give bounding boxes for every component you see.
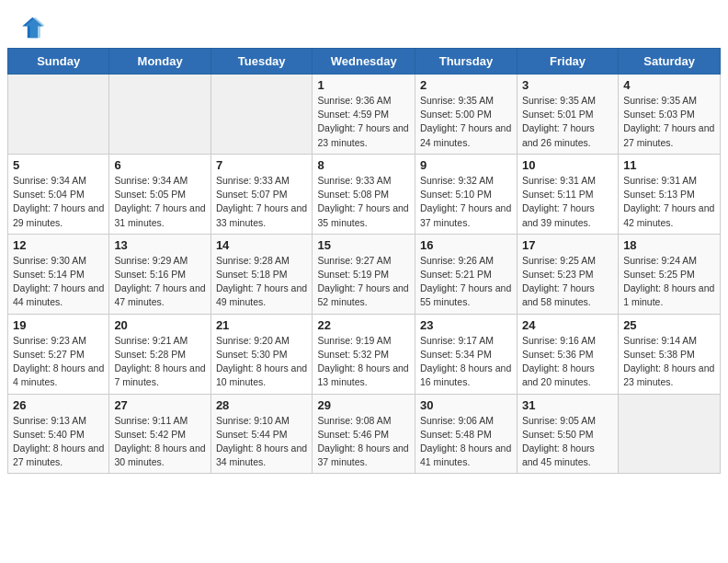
cell-content: Sunrise: 9:29 AM Sunset: 5:16 PM Dayligh…	[114, 254, 205, 310]
cell-content: Sunrise: 9:19 AM Sunset: 5:32 PM Dayligh…	[317, 334, 410, 390]
calendar-cell: 14Sunrise: 9:28 AM Sunset: 5:18 PM Dayli…	[210, 234, 313, 314]
calendar-table: SundayMondayTuesdayWednesdayThursdayFrid…	[7, 48, 721, 474]
day-number: 3	[522, 78, 613, 92]
calendar-cell: 29Sunrise: 9:08 AM Sunset: 5:46 PM Dayli…	[313, 394, 415, 474]
cell-content: Sunrise: 9:14 AM Sunset: 5:38 PM Dayligh…	[623, 334, 715, 390]
cell-content: Sunrise: 9:05 AM Sunset: 5:50 PM Dayligh…	[522, 414, 613, 470]
calendar-cell: 5Sunrise: 9:34 AM Sunset: 5:04 PM Daylig…	[8, 154, 109, 234]
calendar-week-3: 12Sunrise: 9:30 AM Sunset: 5:14 PM Dayli…	[8, 234, 721, 314]
calendar-cell: 27Sunrise: 9:11 AM Sunset: 5:42 PM Dayli…	[109, 394, 210, 474]
cell-content: Sunrise: 9:36 AM Sunset: 4:59 PM Dayligh…	[317, 94, 410, 150]
cell-content: Sunrise: 9:28 AM Sunset: 5:18 PM Dayligh…	[216, 254, 308, 310]
cell-content: Sunrise: 9:31 AM Sunset: 5:11 PM Dayligh…	[522, 174, 613, 230]
day-number: 14	[216, 238, 308, 252]
day-number: 31	[522, 398, 613, 412]
day-number: 22	[317, 318, 410, 332]
calendar-cell: 16Sunrise: 9:26 AM Sunset: 5:21 PM Dayli…	[415, 234, 518, 314]
day-number: 2	[420, 78, 512, 92]
header	[0, 0, 728, 48]
calendar-cell: 12Sunrise: 9:30 AM Sunset: 5:14 PM Dayli…	[8, 234, 109, 314]
calendar-cell: 20Sunrise: 9:21 AM Sunset: 5:28 PM Dayli…	[109, 314, 210, 394]
day-number: 29	[317, 398, 410, 412]
cell-content: Sunrise: 9:25 AM Sunset: 5:23 PM Dayligh…	[522, 254, 613, 310]
calendar-cell: 28Sunrise: 9:10 AM Sunset: 5:44 PM Dayli…	[210, 394, 313, 474]
day-number: 28	[216, 398, 308, 412]
calendar-cell: 18Sunrise: 9:24 AM Sunset: 5:25 PM Dayli…	[619, 234, 721, 314]
calendar-cell: 25Sunrise: 9:14 AM Sunset: 5:38 PM Dayli…	[619, 314, 721, 394]
calendar-cell: 22Sunrise: 9:19 AM Sunset: 5:32 PM Dayli…	[313, 314, 415, 394]
calendar-cell: 31Sunrise: 9:05 AM Sunset: 5:50 PM Dayli…	[517, 394, 618, 474]
cell-content: Sunrise: 9:20 AM Sunset: 5:30 PM Dayligh…	[216, 334, 308, 390]
cell-content: Sunrise: 9:34 AM Sunset: 5:05 PM Dayligh…	[114, 174, 205, 230]
cell-content: Sunrise: 9:16 AM Sunset: 5:36 PM Dayligh…	[522, 334, 613, 390]
day-number: 1	[317, 78, 410, 92]
day-number: 11	[623, 158, 715, 172]
calendar-cell: 19Sunrise: 9:23 AM Sunset: 5:27 PM Dayli…	[8, 314, 109, 394]
cell-content: Sunrise: 9:33 AM Sunset: 5:08 PM Dayligh…	[317, 174, 410, 230]
calendar-cell: 8Sunrise: 9:33 AM Sunset: 5:08 PM Daylig…	[313, 154, 415, 234]
col-header-wednesday: Wednesday	[313, 49, 415, 75]
day-number: 15	[317, 238, 410, 252]
cell-content: Sunrise: 9:31 AM Sunset: 5:13 PM Dayligh…	[623, 174, 715, 230]
logo-icon	[18, 15, 44, 40]
day-number: 13	[114, 238, 205, 252]
calendar-cell: 6Sunrise: 9:34 AM Sunset: 5:05 PM Daylig…	[109, 154, 210, 234]
day-number: 8	[317, 158, 410, 172]
cell-content: Sunrise: 9:32 AM Sunset: 5:10 PM Dayligh…	[420, 174, 512, 230]
calendar-cell: 30Sunrise: 9:06 AM Sunset: 5:48 PM Dayli…	[415, 394, 518, 474]
day-number: 5	[13, 158, 104, 172]
day-number: 24	[522, 318, 613, 332]
day-number: 7	[216, 158, 308, 172]
calendar-cell: 17Sunrise: 9:25 AM Sunset: 5:23 PM Dayli…	[517, 234, 618, 314]
calendar-cell: 24Sunrise: 9:16 AM Sunset: 5:36 PM Dayli…	[517, 314, 618, 394]
cell-content: Sunrise: 9:35 AM Sunset: 5:00 PM Dayligh…	[420, 94, 512, 150]
calendar-cell: 2Sunrise: 9:35 AM Sunset: 5:00 PM Daylig…	[415, 75, 518, 155]
calendar-cell: 21Sunrise: 9:20 AM Sunset: 5:30 PM Dayli…	[210, 314, 313, 394]
calendar-cell: 26Sunrise: 9:13 AM Sunset: 5:40 PM Dayli…	[8, 394, 109, 474]
day-number: 10	[522, 158, 613, 172]
day-number: 12	[13, 238, 104, 252]
cell-content: Sunrise: 9:35 AM Sunset: 5:01 PM Dayligh…	[522, 94, 613, 150]
cell-content: Sunrise: 9:23 AM Sunset: 5:27 PM Dayligh…	[13, 334, 104, 390]
cell-content: Sunrise: 9:35 AM Sunset: 5:03 PM Dayligh…	[623, 94, 715, 150]
cell-content: Sunrise: 9:33 AM Sunset: 5:07 PM Dayligh…	[216, 174, 308, 230]
cell-content: Sunrise: 9:30 AM Sunset: 5:14 PM Dayligh…	[13, 254, 104, 310]
calendar-cell: 11Sunrise: 9:31 AM Sunset: 5:13 PM Dayli…	[619, 154, 721, 234]
day-number: 17	[522, 238, 613, 252]
calendar-cell: 3Sunrise: 9:35 AM Sunset: 5:01 PM Daylig…	[517, 75, 618, 155]
logo	[18, 15, 48, 40]
cell-content: Sunrise: 9:27 AM Sunset: 5:19 PM Dayligh…	[317, 254, 410, 310]
col-header-saturday: Saturday	[619, 49, 721, 75]
cell-content: Sunrise: 9:11 AM Sunset: 5:42 PM Dayligh…	[114, 414, 205, 470]
cell-content: Sunrise: 9:08 AM Sunset: 5:46 PM Dayligh…	[317, 414, 410, 470]
calendar-cell: 7Sunrise: 9:33 AM Sunset: 5:07 PM Daylig…	[210, 154, 313, 234]
calendar-week-5: 26Sunrise: 9:13 AM Sunset: 5:40 PM Dayli…	[8, 394, 721, 474]
cell-content: Sunrise: 9:21 AM Sunset: 5:28 PM Dayligh…	[114, 334, 205, 390]
calendar-cell: 1Sunrise: 9:36 AM Sunset: 4:59 PM Daylig…	[313, 75, 415, 155]
col-header-tuesday: Tuesday	[210, 49, 313, 75]
calendar-cell	[8, 75, 109, 155]
day-number: 25	[623, 318, 715, 332]
day-number: 30	[420, 398, 512, 412]
calendar-week-1: 1Sunrise: 9:36 AM Sunset: 4:59 PM Daylig…	[8, 75, 721, 155]
day-number: 18	[623, 238, 715, 252]
cell-content: Sunrise: 9:10 AM Sunset: 5:44 PM Dayligh…	[216, 414, 308, 470]
page-container: SundayMondayTuesdayWednesdayThursdayFrid…	[0, 0, 728, 474]
day-number: 21	[216, 318, 308, 332]
col-header-sunday: Sunday	[8, 49, 109, 75]
col-header-monday: Monday	[109, 49, 210, 75]
calendar-cell: 9Sunrise: 9:32 AM Sunset: 5:10 PM Daylig…	[415, 154, 518, 234]
day-number: 6	[114, 158, 205, 172]
calendar-cell	[210, 75, 313, 155]
day-number: 20	[114, 318, 205, 332]
day-number: 16	[420, 238, 512, 252]
cell-content: Sunrise: 9:24 AM Sunset: 5:25 PM Dayligh…	[623, 254, 715, 310]
col-header-thursday: Thursday	[415, 49, 518, 75]
calendar-cell: 13Sunrise: 9:29 AM Sunset: 5:16 PM Dayli…	[109, 234, 210, 314]
calendar-cell	[109, 75, 210, 155]
day-number: 9	[420, 158, 512, 172]
calendar-cell: 4Sunrise: 9:35 AM Sunset: 5:03 PM Daylig…	[619, 75, 721, 155]
day-number: 26	[13, 398, 104, 412]
calendar-cell: 15Sunrise: 9:27 AM Sunset: 5:19 PM Dayli…	[313, 234, 415, 314]
day-number: 23	[420, 318, 512, 332]
